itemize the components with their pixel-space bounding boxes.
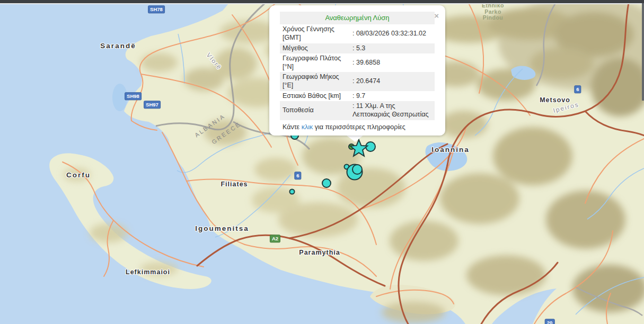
event-details-table: Αναθεωρημένη Λύση Χρόνος Γέννησης [GMT]:… <box>280 12 435 120</box>
popup-row-longitude: Γεωγραφικό Μήκος [°E]: 20.6474 <box>280 72 435 91</box>
scrollbar-thumb[interactable] <box>642 3 644 101</box>
popup-row-origin-time: Χρόνος Γέννησης [GMT]: 08/03/2026 03:32:… <box>280 24 435 43</box>
popup-row-location: Τοποθεσία: 11 Χλμ. Α της Λεπτοκαριάς Θεσ… <box>280 101 435 120</box>
epicenter-marker[interactable] <box>352 165 362 174</box>
event-popup: × Αναθεωρημένη Λύση Χρόνος Γέννησης [GMT… <box>269 5 445 136</box>
popup-title: Αναθεωρημένη Λύση <box>280 12 435 24</box>
top-bar-highlight <box>0 3 644 4</box>
footer-text-suffix: για περισσότερες πληροφορίες <box>313 123 405 131</box>
popup-row-latitude: Γεωγραφικό Πλάτος [°N]: 39.6858 <box>280 53 435 72</box>
epicenter-marker[interactable] <box>290 190 295 194</box>
earthquake-map-app: SarandëCorfuLefkimmaioiFiliatesIgoumenit… <box>0 0 644 324</box>
footer-text-prefix: Κάντε <box>283 123 302 131</box>
popup-row-depth: Εστιακό Βάθος [km]: 9.7 <box>280 91 435 102</box>
main-event-star[interactable] <box>350 140 367 156</box>
popup-row-magnitude: Μέγεθος: 5.3 <box>280 43 435 54</box>
close-icon[interactable]: × <box>434 12 439 20</box>
popup-footer: Κάντε κλικ για περισσότερες πληροφορίες <box>280 123 435 131</box>
epicenter-marker[interactable] <box>322 179 331 187</box>
info-link[interactable]: κλικ <box>302 123 313 131</box>
